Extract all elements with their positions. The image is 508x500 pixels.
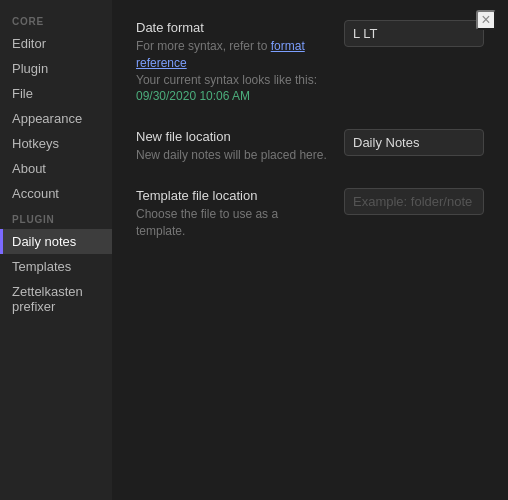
new-file-location-label-group: New file location New daily notes will b…	[136, 129, 328, 164]
new-file-location-control	[344, 129, 484, 156]
sidebar-item-about[interactable]: About	[0, 156, 112, 181]
new-file-location-input[interactable]	[344, 129, 484, 156]
sidebar-item-zettelkasten[interactable]: Zettelkasten prefixer	[0, 279, 112, 319]
date-format-input[interactable]	[344, 20, 484, 47]
sidebar-item-appearance[interactable]: Appearance	[0, 106, 112, 131]
sidebar-item-editor[interactable]: Editor	[0, 31, 112, 56]
date-format-current-label: Your current syntax looks like this:	[136, 73, 317, 87]
modal-body: CORE Editor Plugin File Appearance Hotke…	[0, 0, 508, 500]
sidebar-item-plugin[interactable]: Plugin	[0, 56, 112, 81]
template-file-location-input[interactable]	[344, 188, 484, 215]
sidebar-item-templates[interactable]: Templates	[0, 254, 112, 279]
template-file-location-row: Template file location Choose the file t…	[136, 188, 484, 240]
date-format-current-value: 09/30/2020 10:06 AM	[136, 89, 250, 103]
date-format-row: Date format For more syntax, refer to fo…	[136, 20, 484, 105]
date-format-label-group: Date format For more syntax, refer to fo…	[136, 20, 328, 105]
plugin-section-label: PLUGIN	[0, 206, 112, 229]
date-format-desc: For more syntax, refer to format referen…	[136, 38, 328, 105]
date-format-desc-prefix: For more syntax, refer to	[136, 39, 271, 53]
new-file-location-row: New file location New daily notes will b…	[136, 129, 484, 164]
template-file-location-label-group: Template file location Choose the file t…	[136, 188, 328, 240]
sidebar: CORE Editor Plugin File Appearance Hotke…	[0, 0, 112, 500]
close-button[interactable]: ×	[476, 10, 496, 30]
settings-modal: × CORE Editor Plugin File Appearance Hot…	[0, 0, 508, 500]
template-file-location-control	[344, 188, 484, 215]
sidebar-item-hotkeys[interactable]: Hotkeys	[0, 131, 112, 156]
date-format-control	[344, 20, 484, 47]
new-file-location-label: New file location	[136, 129, 328, 144]
template-file-location-label: Template file location	[136, 188, 328, 203]
sidebar-item-account[interactable]: Account	[0, 181, 112, 206]
sidebar-item-file[interactable]: File	[0, 81, 112, 106]
template-file-location-desc: Choose the file to use as a template.	[136, 206, 328, 240]
date-format-label: Date format	[136, 20, 328, 35]
sidebar-item-daily-notes[interactable]: Daily notes	[0, 229, 112, 254]
new-file-location-desc: New daily notes will be placed here.	[136, 147, 328, 164]
main-content: Date format For more syntax, refer to fo…	[112, 0, 508, 500]
core-section-label: CORE	[0, 8, 112, 31]
